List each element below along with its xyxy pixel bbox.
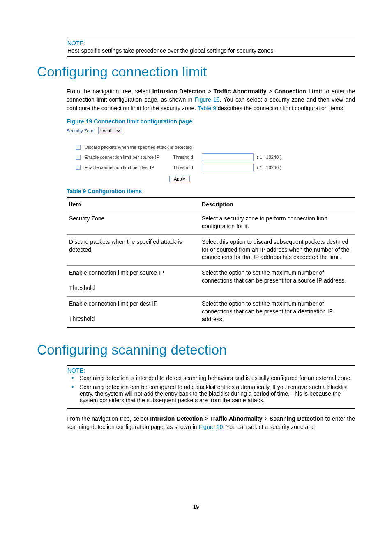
heading-configuring-connection-limit: Configuring connection limit (37, 64, 355, 80)
apply-button[interactable]: Apply (169, 176, 190, 182)
checkbox-limit-source-ip[interactable] (76, 155, 81, 160)
table-row: Discard packets when the specified attac… (67, 234, 355, 266)
checkbox-label: Enable connection limit per source IP (85, 155, 173, 160)
note-label: NOTE: (67, 367, 355, 374)
cell-item: Discard packets when the specified attac… (67, 234, 199, 266)
cell-item: Enable connection limit per dest IP (67, 297, 199, 312)
figure-19-caption: Figure 19 Connection limit configuration… (67, 118, 355, 125)
note-label: NOTE: (67, 40, 355, 46)
cell-desc: Select this option to discard subsequent… (199, 234, 355, 266)
table-row: Enable connection limit per source IP Se… (67, 266, 355, 281)
breadcrumb-part: Traffic Abnormality (210, 415, 263, 422)
text: > (263, 415, 270, 422)
text: > (205, 88, 213, 95)
security-zone-select[interactable]: Local (98, 127, 122, 134)
text: From the navigation tree, select (67, 88, 152, 95)
cell-item: Security Zone (67, 211, 199, 234)
text: > (266, 88, 274, 95)
table-header-item: Item (67, 197, 199, 211)
threshold-label: Threshold: (173, 155, 202, 160)
note-text: Host-specific settings take precedence o… (67, 47, 355, 54)
link-figure-20[interactable]: Figure 20 (198, 424, 223, 430)
text: From the navigation tree, select (67, 415, 150, 422)
text: > (203, 415, 210, 422)
link-table-9[interactable]: Table 9 (198, 105, 216, 111)
breadcrumb-part: Scanning Detection (270, 415, 323, 422)
heading-configuring-scanning-detection: Configuring scanning detection (37, 342, 355, 358)
threshold-input-dest[interactable] (202, 164, 254, 171)
note-bullet: Scanning detection is intended to detect… (78, 375, 355, 381)
cell-item: Enable connection limit per source IP (67, 266, 199, 281)
table-row: Enable connection limit per dest IP Sele… (67, 297, 355, 312)
threshold-label: Threshold: (173, 165, 202, 170)
link-figure-19[interactable]: Figure 19 (195, 96, 220, 103)
breadcrumb-part: Intrusion Detection (150, 415, 203, 422)
checkbox-label: Discard packets when the specified attac… (85, 145, 192, 150)
breadcrumb-part: Connection Limit (274, 88, 322, 95)
threshold-hint: ( 1 - 10240 ) (257, 165, 281, 170)
cell-desc: Select a security zone to perform connec… (199, 211, 355, 234)
figure-19: Security Zone: Local Discard packets whe… (67, 127, 321, 182)
cell-item: Threshold (67, 312, 199, 327)
para-scanning-intro: From the navigation tree, select Intrusi… (67, 415, 355, 431)
table-row: Security Zone Select a security zone to … (67, 211, 355, 234)
page-number: 19 (0, 504, 392, 510)
note-box-host-settings: NOTE: Host-specific settings take preced… (67, 38, 355, 57)
table-9: Item Description Security Zone Select a … (67, 197, 355, 328)
checkbox-discard-packets[interactable] (76, 145, 81, 150)
threshold-input-source[interactable] (202, 153, 254, 161)
table-header-description: Description (199, 197, 355, 211)
text: . You can select a security zone and (223, 424, 315, 430)
note-bullet: Scanning detection can be configured to … (78, 384, 355, 403)
threshold-hint: ( 1 - 10240 ) (257, 155, 281, 160)
breadcrumb-part: Intrusion Detection (152, 88, 205, 95)
checkbox-limit-dest-ip[interactable] (76, 165, 81, 170)
text: describes the connection limit configura… (216, 105, 345, 111)
security-zone-label: Security Zone: (67, 128, 96, 133)
note-box-scanning: NOTE: Scanning detection is intended to … (67, 365, 355, 409)
cell-desc: Select the option to set the maximum num… (199, 266, 355, 297)
table-9-caption: Table 9 Configuration items (67, 188, 355, 195)
cell-item: Threshold (67, 281, 199, 296)
checkbox-label: Enable connection limit per dest IP (85, 165, 173, 170)
breadcrumb-part: Traffic Abnormality (214, 88, 267, 95)
para-connection-limit-intro: From the navigation tree, select Intrusi… (67, 87, 355, 112)
cell-desc: Select the option to set the maximum num… (199, 297, 355, 328)
